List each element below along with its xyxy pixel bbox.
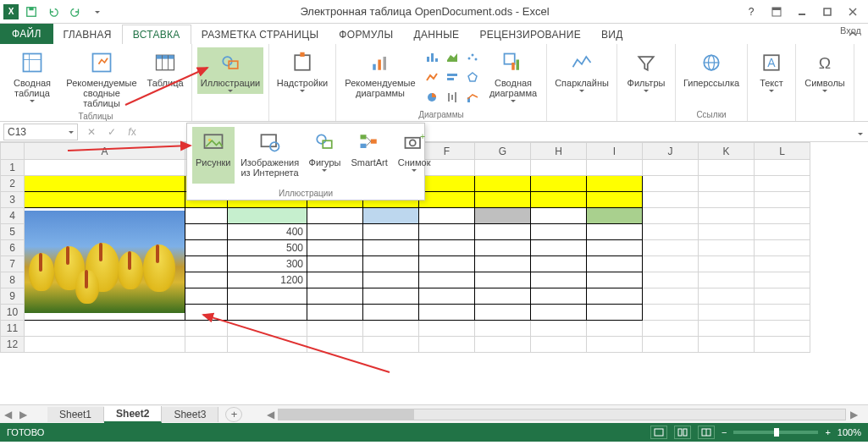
svg-rect-39	[517, 60, 520, 70]
group-label-links: Ссылки	[696, 108, 726, 119]
tab-insert[interactable]: ВСТАВКА	[122, 25, 191, 44]
symbols-button[interactable]: Ω Символы	[801, 47, 849, 94]
pie-chart-button[interactable]	[423, 88, 441, 107]
svg-rect-3	[772, 8, 781, 10]
filter-icon	[633, 49, 660, 76]
line-chart-button[interactable]	[423, 68, 441, 86]
shapes-button[interactable]: Фигуры	[306, 127, 345, 184]
svg-point-58	[410, 140, 416, 146]
table-button[interactable]: Таблица	[144, 47, 186, 90]
new-sheet-button[interactable]: +	[225, 407, 242, 422]
name-box[interactable]: C13	[3, 124, 78, 140]
fx-button[interactable]: fx	[122, 124, 142, 140]
group-label-tables: Таблицы	[79, 110, 113, 121]
maximize-button[interactable]	[815, 3, 839, 20]
smartart-button[interactable]: SmartArt	[347, 127, 390, 184]
close-button[interactable]	[841, 3, 865, 20]
window-title: Электронная таблица OpenDocument.ods - E…	[110, 5, 739, 18]
zoom-in-button[interactable]: +	[825, 427, 830, 437]
horizontal-scrollbar[interactable]: ◀ ▶	[263, 409, 861, 420]
svg-line-55	[367, 137, 371, 141]
normal-view-button[interactable]	[650, 426, 667, 439]
cancel-formula-button[interactable]: ✕	[81, 124, 102, 140]
pictures-button[interactable]: Рисунки	[192, 127, 235, 184]
tab-pagelayout[interactable]: РАЗМЕТКА СТРАНИЦЫ	[191, 25, 329, 44]
tab-review[interactable]: РЕЦЕНЗИРОВАНИЕ	[469, 25, 591, 44]
svg-rect-25	[435, 58, 438, 62]
cell-c8: 1200	[228, 272, 307, 288]
tab-view[interactable]: ВИД	[591, 25, 633, 44]
addins-button[interactable]: Надстройки	[274, 47, 330, 94]
svg-text:A: A	[767, 56, 776, 69]
spreadsheet-grid[interactable]: ABC DEF GHI JKL 1 2 3 413 ноя 5400 6500 …	[0, 142, 868, 404]
table-icon	[152, 49, 179, 76]
svg-point-50	[318, 135, 327, 144]
sparklines-icon	[568, 49, 595, 76]
sheet-nav-next[interactable]: ▶	[15, 407, 30, 422]
pictures-icon	[200, 129, 227, 156]
svg-rect-13	[157, 55, 174, 58]
text-button[interactable]: A Текст	[753, 47, 790, 94]
text-icon: A	[758, 49, 785, 76]
recommended-pivot-icon	[88, 49, 115, 76]
shapes-icon	[311, 129, 338, 156]
expand-formula-bar-button[interactable]	[853, 126, 868, 138]
recommended-charts-button[interactable]: Рекомендуемые диаграммы	[341, 47, 419, 100]
tab-formulas[interactable]: ФОРМУЛЫ	[329, 25, 403, 44]
area-chart-button[interactable]	[443, 47, 462, 66]
svg-point-27	[472, 54, 474, 57]
ribbon-options-button[interactable]	[765, 3, 788, 20]
pivot-chart-button[interactable]: Сводная диаграмма	[485, 47, 541, 104]
zoom-out-button[interactable]: −	[721, 427, 727, 437]
recommended-pivot-button[interactable]: Рекомендуемые сводные таблицы	[63, 47, 141, 110]
dropdown-group-label: Иллюстрации	[187, 187, 424, 200]
illustrations-button[interactable]: Иллюстрации	[197, 47, 263, 94]
excel-icon: X	[3, 4, 19, 19]
svg-rect-29	[447, 74, 457, 76]
hyperlink-button[interactable]: Гиперссылка	[681, 47, 742, 90]
svg-rect-37	[505, 54, 515, 64]
tab-data[interactable]: ДАННЫЕ	[403, 25, 469, 44]
tab-file[interactable]: ФАЙЛ	[0, 24, 53, 44]
page-break-view-button[interactable]	[698, 426, 715, 439]
scatter-chart-button[interactable]	[463, 47, 482, 66]
sparklines-button[interactable]: Спарклайны	[552, 47, 611, 94]
zoom-percentage[interactable]: 100%	[838, 427, 861, 437]
combo-chart-button[interactable]	[463, 88, 482, 107]
cell-c6: 500	[228, 240, 307, 256]
hyperlink-icon	[698, 49, 725, 76]
sheet-tab-bar: ◀ ▶ Sheet1 Sheet2 Sheet3 + ◀ ▶	[0, 404, 868, 423]
filters-button[interactable]: Фильтры	[622, 47, 670, 94]
column-chart-button[interactable]	[443, 68, 462, 86]
save-button[interactable]	[22, 3, 41, 21]
ribbon: Сводная таблица Рекомендуемые сводные та…	[0, 44, 868, 122]
help-button[interactable]: ?	[739, 3, 763, 20]
zoom-slider[interactable]	[733, 431, 818, 434]
sheet-tab-2[interactable]: Sheet2	[104, 406, 162, 423]
qat-customize-button[interactable]	[88, 3, 107, 21]
redo-button[interactable]	[66, 3, 85, 21]
screenshot-button[interactable]: + Снимок	[395, 127, 434, 184]
bar-chart-button[interactable]	[423, 47, 441, 66]
page-layout-view-button[interactable]	[674, 426, 691, 439]
smartart-icon	[356, 129, 383, 156]
svg-rect-20	[373, 64, 376, 70]
sign-in-link[interactable]: Вход	[835, 25, 861, 36]
tab-home[interactable]: ГЛАВНАЯ	[53, 25, 122, 44]
sheet-tab-1[interactable]: Sheet1	[47, 407, 104, 422]
select-all-corner[interactable]	[1, 143, 25, 160]
embedded-image[interactable]	[25, 211, 185, 313]
undo-button[interactable]	[44, 3, 63, 21]
minimize-button[interactable]	[790, 3, 814, 20]
radar-chart-button[interactable]	[463, 68, 482, 86]
svg-point-28	[475, 58, 478, 61]
pivot-table-button[interactable]: Сводная таблица	[5, 47, 59, 104]
svg-rect-53	[361, 144, 367, 148]
online-pictures-button[interactable]: Изображения из Интернета	[238, 127, 302, 184]
stock-chart-button[interactable]	[443, 88, 462, 107]
status-text: ГОТОВО	[7, 427, 44, 437]
svg-rect-1	[29, 7, 33, 10]
sheet-nav-prev[interactable]: ◀	[0, 407, 15, 422]
enter-formula-button[interactable]: ✓	[102, 124, 122, 140]
sheet-tab-3[interactable]: Sheet3	[162, 407, 218, 422]
